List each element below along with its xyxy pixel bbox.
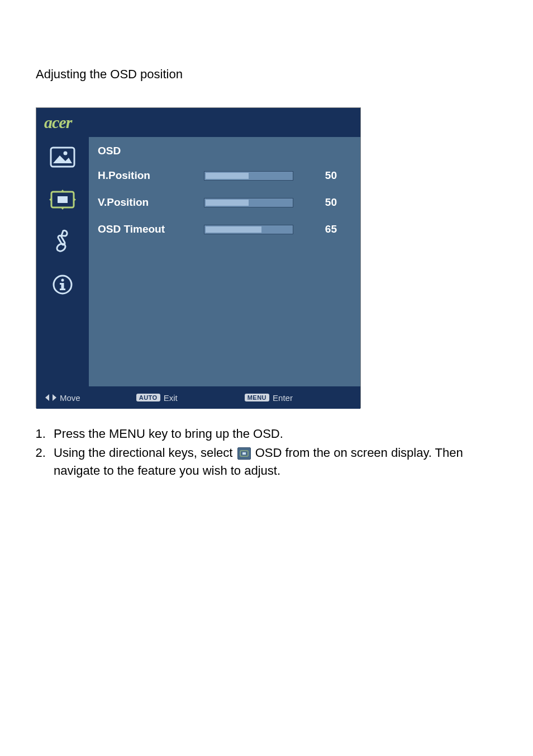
footer-move-group: Move xyxy=(45,393,80,403)
hposition-slider[interactable] xyxy=(204,171,293,181)
timeout-value: 65 xyxy=(315,223,337,235)
footer-exit-group: AUTO Exit xyxy=(136,393,178,403)
menu-badge: MENU xyxy=(245,394,269,401)
footer-enter-group: MENU Enter xyxy=(245,393,293,403)
brand-logo: acer xyxy=(44,113,72,132)
timeout-slider[interactable] xyxy=(204,225,293,234)
osd-row-hposition[interactable]: H.Position 50 xyxy=(98,167,350,184)
svg-rect-9 xyxy=(60,283,63,285)
osd-section-title: OSD xyxy=(98,145,350,157)
svg-point-7 xyxy=(61,279,64,282)
page-title: Adjusting the OSD position xyxy=(36,67,497,82)
svg-rect-3 xyxy=(58,196,68,203)
footer-enter-label: Enter xyxy=(273,393,293,403)
svg-rect-12 xyxy=(242,452,246,455)
auto-badge: AUTO xyxy=(136,394,160,401)
vposition-value: 50 xyxy=(315,196,337,209)
instruction-1: Press the MENU key to bring up the OSD. xyxy=(49,425,497,443)
timeout-slider-fill xyxy=(206,226,261,233)
vposition-slider[interactable] xyxy=(204,198,293,207)
osd-window: acer xyxy=(36,107,361,408)
hposition-value: 50 xyxy=(315,169,337,182)
settings-icon[interactable] xyxy=(48,229,77,256)
instruction-2: Using the directional keys, select OSD f… xyxy=(49,444,497,480)
hposition-label: H.Position xyxy=(98,169,204,182)
vposition-label: V.Position xyxy=(98,196,204,209)
footer-move-label: Move xyxy=(60,393,80,403)
svg-rect-10 xyxy=(60,289,65,290)
inline-osd-icon xyxy=(237,447,251,460)
osd-row-timeout[interactable]: OSD Timeout 65 xyxy=(98,221,350,238)
osd-row-vposition[interactable]: V.Position 50 xyxy=(98,194,350,211)
info-icon[interactable] xyxy=(48,271,77,298)
svg-rect-0 xyxy=(51,148,74,167)
arrows-icon xyxy=(45,394,56,401)
vposition-slider-fill xyxy=(206,200,249,206)
hposition-slider-fill xyxy=(206,173,249,179)
osd-main: OSD H.Position 50 V.Position 50 xyxy=(89,137,360,386)
osd-sidebar xyxy=(36,137,89,386)
osd-header: acer xyxy=(36,108,360,137)
instruction-2a: Using the directional keys, select xyxy=(54,446,236,460)
instructions: Press the MENU key to bring up the OSD. … xyxy=(36,425,497,480)
footer-exit-label: Exit xyxy=(164,393,178,403)
svg-point-1 xyxy=(64,152,68,155)
timeout-label: OSD Timeout xyxy=(98,223,204,235)
picture-icon[interactable] xyxy=(48,144,77,171)
osd-footer: Move AUTO Exit MENU Enter xyxy=(36,386,360,409)
osd-body: OSD H.Position 50 V.Position 50 xyxy=(36,137,360,386)
osd-position-icon[interactable] xyxy=(48,186,77,213)
